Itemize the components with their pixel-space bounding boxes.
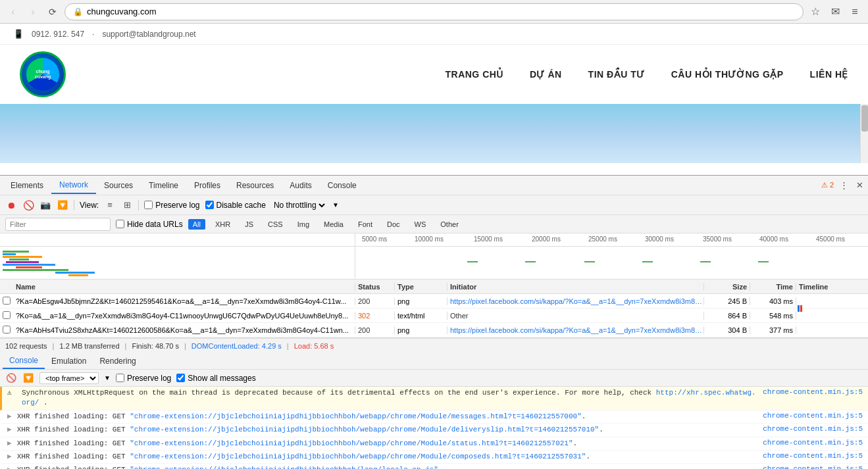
tab-emulation[interactable]: Emulation [45, 354, 93, 368]
waterfall-right [355, 247, 868, 279]
reload-button[interactable]: ⟳ [45, 4, 61, 20]
filter-js[interactable]: JS [240, 219, 258, 230]
mail-button[interactable]: ✉ [827, 4, 843, 20]
expand-icon[interactable]: ▶ [7, 439, 12, 447]
filter-css[interactable]: CSS [263, 219, 288, 230]
table-row[interactable]: ?Ka=AbHs4Tviu2S8xhzA&Kt=1460212600586&Ko… [0, 323, 868, 337]
col-header-type[interactable]: Type [395, 283, 447, 291]
console-area: ⚠ Synchronous XMLHttpRequest on the main… [0, 387, 868, 469]
filter-input[interactable] [5, 218, 111, 231]
website-content: 📱 0912. 912. 547 · support@tablandgroup.… [0, 24, 868, 175]
expand-icon[interactable]: ▶ [7, 452, 12, 460]
row-type: png [395, 326, 447, 334]
expand-icon[interactable]: ▶ [7, 425, 12, 433]
clear-button[interactable]: 🚫 [22, 199, 34, 211]
table-row[interactable]: ?Ka=AbEsgw4Jb5bjmnZ2&Kt=1460212595461&Ko… [0, 294, 868, 309]
tab-elements[interactable]: Elements [3, 178, 51, 193]
console-xhr-source[interactable]: chrome-content.min.js:5 [763, 425, 863, 433]
console-preserve-log-label[interactable]: Preserve log [116, 374, 171, 383]
svg-rect-8 [55, 272, 95, 274]
nav-du-an[interactable]: DỰ ÁN [530, 69, 562, 80]
console-xhr-text: XHR finished loading: GET "chrome-extens… [17, 425, 758, 435]
more-options-button[interactable]: ⋮ [838, 180, 850, 191]
console-xhr-source[interactable]: chrome-content.min.js:5 [763, 439, 863, 447]
star-button[interactable]: ☆ [807, 4, 823, 20]
tab-network[interactable]: Network [51, 177, 96, 194]
warning-icon: ⚠ [7, 388, 16, 397]
filter-ws[interactable]: WS [410, 219, 431, 230]
console-frame-select[interactable]: <top frame> [39, 372, 99, 384]
tick-5000: 5000 ms [362, 235, 387, 243]
list-view-button[interactable]: ≡ [104, 199, 116, 211]
grid-view-button[interactable]: ⊞ [121, 199, 133, 211]
svg-rect-5 [3, 264, 55, 266]
tab-sources[interactable]: Sources [96, 178, 141, 193]
tab-audits[interactable]: Audits [282, 178, 319, 193]
logo-inner: chungcuvang [26, 58, 59, 91]
disable-cache-checkbox[interactable] [205, 201, 214, 209]
camera-button[interactable]: 📷 [39, 199, 51, 211]
expand-icon[interactable]: ▶ [7, 412, 12, 420]
svg-rect-9 [68, 274, 88, 276]
tab-profiles[interactable]: Profiles [186, 178, 228, 193]
nav-lien-he[interactable]: LIÊN HỆ [810, 69, 848, 80]
tab-resources[interactable]: Resources [228, 178, 282, 193]
devtools: Elements Network Sources Timeline Profil… [0, 175, 868, 469]
tick-15000: 15000 ms [474, 235, 503, 243]
console-frame-arrow: ▼ [104, 374, 111, 382]
scrollbar-thumb [861, 105, 868, 132]
record-button[interactable]: ⏺ [5, 199, 17, 211]
bottom-tabs: Console Emulation Rendering [0, 353, 868, 370]
table-row[interactable]: ?Ko=a&__a=1&__dyn=7xeXxmdw8i3m8G4oy4-C11… [0, 309, 868, 323]
col-header-initiator[interactable]: Initiator [447, 283, 704, 291]
tab-console-bottom[interactable]: Console [3, 353, 45, 369]
url-input[interactable] [87, 7, 795, 16]
col-header-size[interactable]: Size [704, 283, 750, 291]
tab-console[interactable]: Console [320, 178, 365, 193]
back-button[interactable]: ‹ [5, 4, 21, 20]
filter-other[interactable]: Other [436, 219, 463, 230]
console-warning-source[interactable]: chrome-content.min.js:5 [763, 388, 863, 396]
console-xhr-source[interactable]: chrome-content.min.js:5 [763, 465, 863, 469]
filter-all[interactable]: All [188, 219, 205, 230]
col-header-status[interactable]: Status [355, 283, 395, 291]
forward-button[interactable]: › [25, 4, 41, 20]
nav-trang-chu[interactable]: TRANG CHỦ [445, 69, 503, 80]
filter-doc[interactable]: Doc [382, 219, 405, 230]
console-clear-button[interactable]: 🚫 [5, 372, 17, 384]
hide-data-urls-label[interactable]: Hide data URLs [116, 220, 183, 229]
console-preserve-log-checkbox[interactable] [116, 374, 124, 382]
filter-xhr[interactable]: XHR [211, 219, 235, 230]
expand-icon[interactable]: ▶ [7, 465, 12, 469]
filter-media[interactable]: Media [319, 219, 348, 230]
tick-25000: 25000 ms [588, 235, 617, 243]
preserve-log-checkbox[interactable] [144, 201, 153, 209]
filter-img[interactable]: Img [293, 219, 314, 230]
nav-cau-hoi[interactable]: CÂU HỎI THƯỜNG GẶP [671, 69, 784, 80]
close-devtools-button[interactable]: ✕ [854, 180, 865, 191]
disable-cache-label[interactable]: Disable cache [205, 201, 266, 210]
col-header-name[interactable]: Name [13, 283, 355, 291]
hide-data-urls-checkbox[interactable] [116, 220, 124, 228]
col-header-timeline[interactable]: Timeline [796, 283, 868, 291]
preserve-log-label[interactable]: Preserve log [144, 201, 199, 210]
console-xhr-row: ▶ XHR finished loading: GET "chrome-exte… [0, 464, 868, 469]
phone-icon: 📱 [13, 29, 24, 39]
scrollbar[interactable] [860, 104, 868, 163]
console-show-all-checkbox[interactable] [176, 374, 185, 382]
filter-font[interactable]: Font [353, 219, 377, 230]
address-bar: 🔒 [64, 3, 804, 20]
console-xhr-source[interactable]: chrome-content.min.js:5 [763, 452, 863, 460]
menu-button[interactable]: ≡ [847, 4, 863, 20]
throttle-select[interactable]: No throttling GPRS Regular 2G Regular 3G… [271, 200, 327, 210]
filter-button[interactable]: 🔽 [57, 199, 68, 211]
nav-tin-dau-tu[interactable]: TIN ĐẦU TƯ [588, 69, 645, 80]
console-xhr-source[interactable]: chrome-content.min.js:5 [763, 412, 863, 420]
col-header-time[interactable]: Time [750, 283, 796, 291]
tab-timeline[interactable]: Timeline [141, 178, 186, 193]
svg-rect-4 [6, 261, 39, 263]
row-status: 200 [355, 326, 395, 334]
console-show-all-label[interactable]: Show all messages [176, 374, 255, 383]
console-filter-button[interactable]: 🔽 [22, 372, 34, 384]
tab-rendering[interactable]: Rendering [93, 354, 142, 368]
